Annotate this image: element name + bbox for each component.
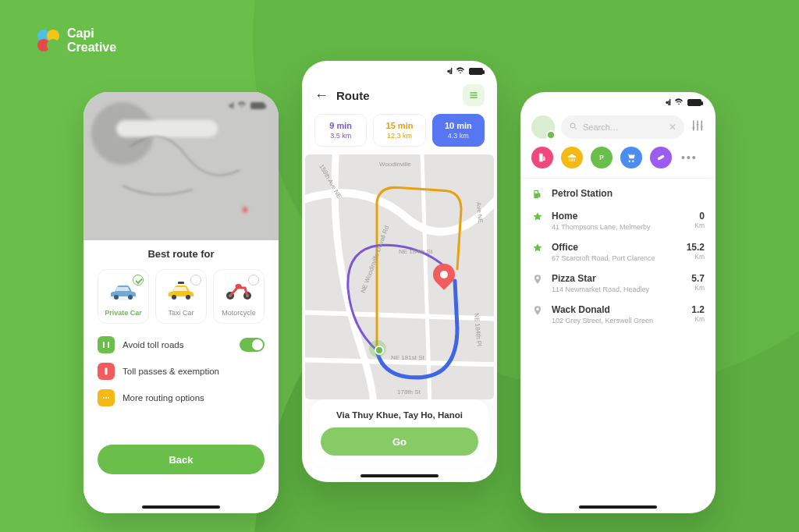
option-avoid-toll[interactable]: Avoid toll roads xyxy=(98,336,265,353)
signal-icon xyxy=(666,98,670,107)
list-item[interactable]: Wack Donald 102 Grey Street, Kerswell Gr… xyxy=(531,304,705,325)
logo-mark xyxy=(37,30,59,51)
search-input[interactable]: Search… ✕ xyxy=(561,115,684,139)
place-distance: 1.2 Km xyxy=(691,304,705,323)
place-address: 114 Newmarket Road, Headley xyxy=(552,286,684,293)
wifi-icon xyxy=(237,101,247,109)
route-time: 10 min xyxy=(433,121,484,130)
parking-icon: P xyxy=(596,152,607,163)
status-bar xyxy=(520,92,716,112)
category-pharmacy[interactable] xyxy=(650,147,672,168)
svg-point-1 xyxy=(114,295,119,300)
section-header: Petrol Station xyxy=(531,188,705,200)
category-bank[interactable] xyxy=(561,147,583,168)
option-label: Toll passes & exemption xyxy=(123,367,265,376)
search-icon xyxy=(569,122,578,133)
back-button[interactable]: Back xyxy=(98,445,265,474)
section-title: Petrol Station xyxy=(552,188,705,199)
toll-road-icon xyxy=(98,336,115,353)
category-shopping[interactable] xyxy=(620,147,642,168)
road-label: Woodinville xyxy=(379,161,411,168)
svg-point-4 xyxy=(172,295,176,300)
toggle-switch[interactable] xyxy=(240,338,265,352)
vehicle-label: Taxi Car xyxy=(159,309,203,317)
svg-point-5 xyxy=(186,295,190,300)
place-name: Home xyxy=(552,211,687,222)
option-label: Avoid toll roads xyxy=(123,340,232,349)
sliders-icon xyxy=(691,119,705,133)
svg-point-16 xyxy=(692,127,694,129)
category-parking[interactable]: P xyxy=(591,147,613,168)
svg-point-13 xyxy=(108,397,109,399)
place-address: 67 Scarcroft Road, Port Clarence xyxy=(552,254,679,262)
wifi-icon xyxy=(674,98,684,106)
category-gas[interactable] xyxy=(531,147,553,168)
go-button[interactable]: Go xyxy=(321,427,478,456)
brand-logo: Capi Creative xyxy=(37,27,116,55)
filter-button[interactable] xyxy=(691,119,705,136)
vehicle-label: Motorcycle xyxy=(217,309,261,317)
gas-pump-icon xyxy=(531,188,544,200)
status-bar xyxy=(302,61,497,81)
option-more-routing[interactable]: More routing options xyxy=(98,389,265,406)
brand-line-1: Capi xyxy=(67,27,116,41)
pin-icon xyxy=(531,304,544,316)
radio-checked-icon xyxy=(133,275,144,286)
route-option-2[interactable]: 15 min 12.3 km xyxy=(373,114,425,147)
phone-route-map: ← Route 9 min 3.5 km 15 min 12.3 km 10 m… xyxy=(302,61,497,482)
status-bar xyxy=(83,95,279,115)
svg-point-2 xyxy=(128,295,133,300)
signal-icon xyxy=(447,67,452,76)
signal-icon xyxy=(229,101,233,110)
menu-button[interactable] xyxy=(463,84,485,106)
phone-places-list: Search… ✕ P ••• xyxy=(520,92,716,513)
go-card: Via Thuy Khue, Tay Ho, Hanoi Go xyxy=(310,399,489,466)
home-indicator xyxy=(360,474,439,477)
svg-point-12 xyxy=(105,397,107,399)
toll-pass-icon xyxy=(98,363,115,380)
pill-icon xyxy=(655,152,666,163)
star-icon xyxy=(531,242,544,254)
road-label: NE 184th St xyxy=(399,248,432,255)
place-name: Office xyxy=(552,242,679,253)
place-address: 41 Thompsons Lane, Melmerby xyxy=(552,223,687,231)
route-option-3-selected[interactable]: 10 min 4.3 km xyxy=(432,114,485,147)
svg-rect-21 xyxy=(535,191,538,193)
place-address: 102 Grey Street, Kerswell Green xyxy=(552,317,684,325)
place-distance: 0 Km xyxy=(694,211,705,229)
route-distance: 12.3 km xyxy=(374,132,424,140)
bottom-sheet: Best route for Private Car Taxi Car xyxy=(83,226,279,513)
start-location-marker xyxy=(369,340,386,357)
menu-icon xyxy=(468,90,479,101)
option-toll-passes[interactable]: Toll passes & exemption xyxy=(98,363,265,380)
route-option-1[interactable]: 9 min 3.5 km xyxy=(314,114,367,147)
home-indicator xyxy=(142,505,220,509)
place-distance: 5.7 Km xyxy=(691,273,705,292)
svg-point-17 xyxy=(697,123,699,126)
map-view[interactable]: NE Woodinville Duvall Rd NE 184th St NE … xyxy=(305,154,494,399)
gas-pump-icon xyxy=(537,152,548,163)
list-item[interactable]: Pizza Star 114 Newmarket Road, Headley 5… xyxy=(531,273,705,293)
page-title: Route xyxy=(336,89,455,102)
svg-point-14 xyxy=(570,123,575,128)
vehicle-taxi[interactable]: Taxi Car xyxy=(155,269,207,324)
star-icon xyxy=(531,211,544,222)
battery-icon xyxy=(250,102,265,109)
radio-icon xyxy=(248,275,259,286)
vehicle-motorcycle[interactable]: Motorcycle xyxy=(213,269,265,324)
place-name: Wack Donald xyxy=(552,304,684,315)
list-item[interactable]: Home 41 Thompsons Lane, Melmerby 0 Km xyxy=(531,211,705,231)
road-label: NE 181st St xyxy=(391,354,424,361)
back-arrow-icon[interactable]: ← xyxy=(314,87,328,104)
road-label: 178th St xyxy=(397,388,421,395)
vehicle-private-car[interactable]: Private Car xyxy=(98,269,149,324)
more-categories[interactable]: ••• xyxy=(681,151,698,164)
radio-icon xyxy=(190,275,201,286)
list-item[interactable]: Office 67 Scarcroft Road, Port Clarence … xyxy=(531,242,705,262)
phone-route-options: Best route for Private Car Taxi Car xyxy=(83,92,279,513)
avatar[interactable] xyxy=(531,115,555,139)
wifi-icon xyxy=(456,67,465,75)
clear-icon[interactable]: ✕ xyxy=(669,122,676,133)
cart-icon xyxy=(626,152,637,163)
place-distance: 15.2 Km xyxy=(687,242,705,261)
